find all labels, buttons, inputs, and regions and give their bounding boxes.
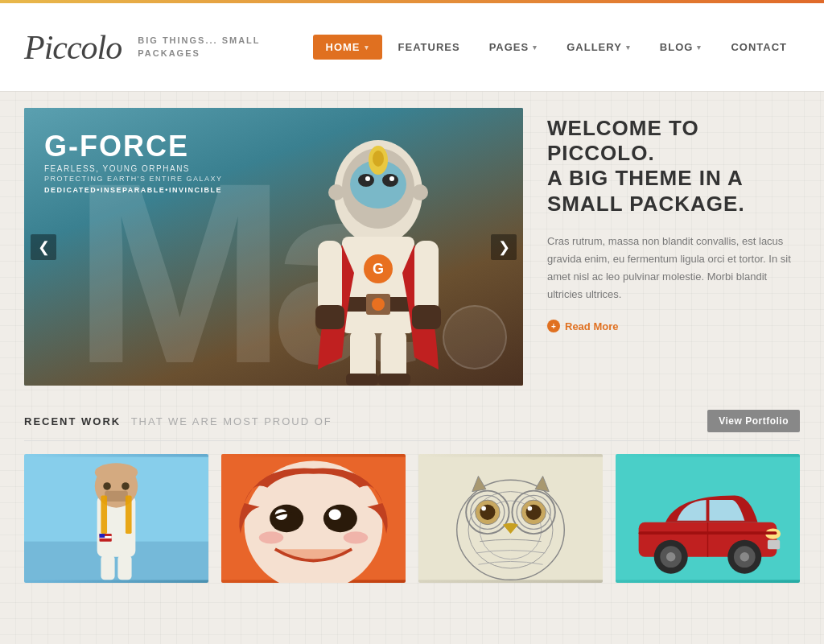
logo: Piccolo — [24, 28, 122, 67]
svg-point-9 — [328, 184, 344, 200]
next-slide-button[interactable]: ❯ — [491, 234, 517, 260]
prev-slide-button[interactable]: ❮ — [31, 234, 56, 260]
slide-subtitle1: FEARLESS, YOUNG ORPHANS — [44, 164, 223, 173]
slide-title: G-FORCE — [44, 132, 223, 161]
gallery-dropdown-arrow: ▾ — [626, 43, 631, 52]
svg-point-29 — [95, 463, 138, 481]
nav-home[interactable]: HOME ▾ — [313, 35, 382, 60]
header: Piccolo BIG THINGS... SMALL PACKAGES HOM… — [0, 3, 824, 92]
home-dropdown-arrow: ▾ — [365, 43, 369, 52]
svg-point-5 — [365, 176, 370, 181]
svg-point-45 — [329, 510, 341, 520]
nav-contact[interactable]: CONTACT — [718, 35, 800, 60]
recent-work-header: RECENT WORK THAT WE ARE MOST PROUD OF Vi… — [24, 410, 800, 441]
svg-point-30 — [103, 482, 111, 490]
recent-work-light-label: THAT WE ARE MOST PROUD OF — [131, 415, 332, 427]
svg-point-69 — [740, 552, 749, 561]
svg-rect-37 — [100, 534, 105, 538]
read-more-label: Read More — [565, 320, 618, 332]
recent-work-section: RECENT WORK THAT WE ARE MOST PROUD OF Vi… — [24, 410, 800, 583]
svg-rect-32 — [105, 491, 128, 502]
slide-attrs: DEDICATED•INSEPARABLE•INVINCIBLE — [44, 186, 223, 194]
blog-dropdown-arrow: ▾ — [697, 43, 702, 52]
main-nav: HOME ▾ FEATURES PAGES ▾ GALLERY ▾ BLOG ▾… — [313, 35, 800, 60]
hero-body: Cras rutrum, massa non blandit convallis… — [547, 233, 800, 303]
slide-text: G-FORCE FEARLESS, YOUNG ORPHANS PROTECTI… — [44, 132, 223, 194]
svg-point-61 — [527, 506, 532, 511]
nav-features[interactable]: FEATURES — [385, 35, 473, 60]
svg-point-46 — [259, 531, 284, 543]
shield-decoration — [443, 305, 507, 369]
svg-point-10 — [412, 184, 428, 200]
svg-rect-71 — [768, 540, 780, 549]
svg-text:G: G — [373, 261, 384, 277]
svg-point-6 — [389, 176, 394, 181]
svg-point-31 — [122, 482, 130, 490]
hero-title: WELCOME TO PICCOLO. A BIG THEME IN A SMA… — [547, 116, 800, 217]
hero-image: Ma G-FORCE FEARLESS, YOUNG ORPHANS PROTE… — [24, 108, 523, 386]
svg-rect-11 — [342, 237, 414, 333]
portfolio-item-4[interactable] — [616, 454, 800, 583]
nav-gallery[interactable]: GALLERY ▾ — [554, 35, 644, 60]
hero-section: Ma G-FORCE FEARLESS, YOUNG ORPHANS PROTE… — [24, 108, 800, 386]
svg-rect-21 — [346, 374, 378, 386]
svg-point-47 — [344, 531, 369, 543]
svg-point-14 — [372, 298, 385, 311]
svg-point-66 — [666, 552, 675, 561]
svg-rect-15 — [318, 241, 342, 313]
portfolio-item-1[interactable] — [24, 454, 208, 583]
pages-dropdown-arrow: ▾ — [533, 43, 538, 52]
character-figure: G — [298, 136, 459, 386]
recent-work-title-group: RECENT WORK THAT WE ARE MOST PROUD OF — [24, 414, 332, 428]
portfolio-grid — [24, 454, 800, 583]
read-more-icon: + — [547, 320, 560, 332]
svg-rect-34 — [126, 495, 132, 534]
svg-rect-18 — [412, 305, 441, 329]
svg-rect-33 — [101, 495, 107, 534]
svg-rect-39 — [117, 555, 131, 580]
svg-rect-22 — [378, 374, 410, 386]
recent-work-bold-label: RECENT WORK — [24, 415, 121, 427]
svg-point-42 — [270, 505, 303, 532]
portfolio-item-2[interactable] — [221, 454, 406, 583]
nav-blog[interactable]: BLOG ▾ — [647, 35, 715, 60]
nav-pages[interactable]: PAGES ▾ — [476, 35, 551, 60]
svg-rect-17 — [315, 305, 344, 329]
svg-rect-16 — [414, 241, 439, 313]
main-content: Ma G-FORCE FEARLESS, YOUNG ORPHANS PROTE… — [0, 92, 824, 599]
read-more-link[interactable]: + Read More — [547, 320, 800, 332]
svg-point-43 — [323, 505, 357, 532]
tagline: BIG THINGS... SMALL PACKAGES — [138, 35, 260, 60]
portfolio-item-3[interactable] — [418, 454, 603, 583]
hero-slider: Ma G-FORCE FEARLESS, YOUNG ORPHANS PROTE… — [24, 108, 523, 386]
svg-rect-38 — [101, 555, 114, 580]
slide-subtitle2: PROTECTING EARTH'S ENTIRE GALAXY — [44, 175, 223, 183]
view-portfolio-button[interactable]: View Portfolio — [707, 410, 800, 432]
svg-point-8 — [373, 151, 384, 167]
logo-area: Piccolo BIG THINGS... SMALL PACKAGES — [24, 28, 313, 67]
hero-content: WELCOME TO PICCOLO. A BIG THEME IN A SMA… — [547, 108, 800, 386]
svg-point-56 — [481, 506, 486, 511]
